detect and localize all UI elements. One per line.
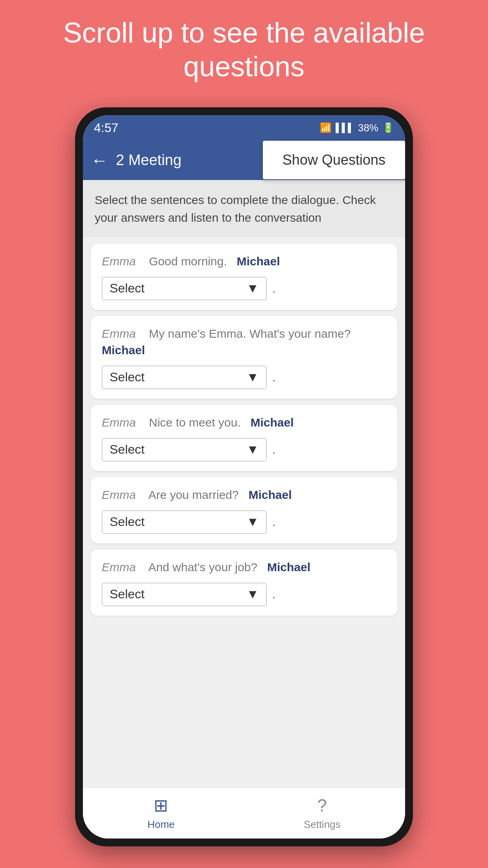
select-row-5: Select ▼ . [102, 583, 386, 606]
battery-icon: 🔋 [382, 122, 394, 133]
settings-icon: ? [317, 796, 327, 815]
select-label-5: Select [110, 587, 145, 601]
question-card-2: Emma My name's Emma. What's your name? M… [91, 316, 397, 399]
michael-1: Michael [237, 255, 280, 268]
michael-5: Michael [267, 561, 310, 574]
select-dropdown-4[interactable]: Select ▼ [102, 510, 267, 534]
dot-5: . [272, 588, 275, 601]
status-time: 4:57 [94, 121, 118, 135]
signal-icon: ▌▌▌ [336, 123, 354, 133]
app-bar: ← 2 Meeting Show Questions [83, 141, 405, 180]
question-card-4: Emma Are you married? Michael Select ▼ . [91, 477, 397, 543]
home-icon: ⊞ [154, 795, 168, 815]
status-bar: 4:57 📶 ▌▌▌ 38% 🔋 [83, 115, 405, 141]
chevron-down-icon-4: ▼ [246, 515, 259, 529]
question-line-5: Emma And what's your job? Michael [102, 559, 386, 576]
phone-frame: 4:57 📶 ▌▌▌ 38% 🔋 ← 2 Meeting Show Questi… [75, 107, 413, 846]
battery-indicator: 38% [358, 122, 378, 134]
select-row-1: Select ▼ . [102, 277, 386, 300]
show-questions-popup[interactable]: Show Questions [263, 141, 405, 179]
speaker-1: Emma [102, 255, 136, 268]
michael-2: Michael [102, 344, 145, 357]
question-card-1: Emma Good morning. Michael Select ▼ . [91, 244, 397, 310]
instructions-section: Select the sentences to complete the dia… [83, 180, 405, 237]
question-text-4: Are you married? [148, 488, 238, 501]
question-text-2: My name's Emma. What's your name? [149, 327, 350, 340]
chevron-down-icon-3: ▼ [246, 442, 259, 457]
select-row-2: Select ▼ . [102, 366, 386, 389]
page-title: Scroll up to see the available questions [0, 0, 488, 107]
wifi-icon: 📶 [320, 122, 332, 133]
chevron-down-icon-2: ▼ [246, 370, 259, 384]
select-dropdown-2[interactable]: Select ▼ [102, 366, 267, 389]
question-text-5: And what's your job? [148, 561, 257, 574]
select-dropdown-1[interactable]: Select ▼ [102, 277, 267, 300]
nav-home[interactable]: ⊞ Home [147, 795, 174, 831]
back-button[interactable]: ← [91, 151, 108, 170]
select-row-4: Select ▼ . [102, 510, 386, 534]
question-card-5: Emma And what's your job? Michael Select… [91, 550, 397, 616]
question-line-1: Emma Good morning. Michael [102, 253, 386, 270]
phone-screen: 4:57 📶 ▌▌▌ 38% 🔋 ← 2 Meeting Show Questi… [83, 115, 405, 839]
question-line-4: Emma Are you married? Michael [102, 487, 386, 503]
question-text-1: Good morning. [149, 255, 227, 268]
bottom-nav: ⊞ Home ? Settings [83, 787, 405, 839]
select-label-3: Select [110, 442, 145, 457]
select-row-3: Select ▼ . [102, 438, 386, 462]
select-label-2: Select [110, 370, 145, 384]
michael-4: Michael [249, 488, 292, 501]
question-line-2: Emma My name's Emma. What's your name? M… [102, 326, 386, 359]
dot-4: . [272, 515, 275, 529]
question-line-3: Emma Nice to meet you. Michael [102, 414, 386, 431]
question-text-3: Nice to meet you. [149, 416, 240, 429]
michael-3: Michael [250, 416, 294, 429]
app-bar-title: 2 Meeting [116, 152, 182, 169]
nav-settings[interactable]: ? Settings [304, 796, 341, 831]
speaker-5: Emma [102, 561, 136, 574]
status-icons: 📶 ▌▌▌ 38% 🔋 [320, 122, 394, 134]
home-label: Home [147, 818, 174, 831]
speaker-4: Emma [102, 488, 136, 501]
dot-2: . [272, 371, 275, 384]
speaker-2: Emma [102, 327, 136, 340]
question-card-3: Emma Nice to meet you. Michael Select ▼ … [91, 405, 397, 471]
dot-3: . [272, 443, 275, 456]
chevron-down-icon-5: ▼ [246, 587, 259, 601]
dot-1: . [272, 282, 275, 295]
speaker-3: Emma [102, 416, 136, 429]
chevron-down-icon-1: ▼ [246, 281, 259, 296]
select-label-1: Select [110, 281, 145, 296]
settings-label: Settings [304, 818, 341, 831]
content-area: Emma Good morning. Michael Select ▼ . [83, 237, 405, 787]
select-label-4: Select [110, 515, 145, 529]
select-dropdown-5[interactable]: Select ▼ [102, 583, 267, 606]
instructions-text: Select the sentences to complete the dia… [95, 191, 393, 226]
select-dropdown-3[interactable]: Select ▼ [102, 438, 267, 462]
show-questions-label: Show Questions [283, 152, 385, 168]
